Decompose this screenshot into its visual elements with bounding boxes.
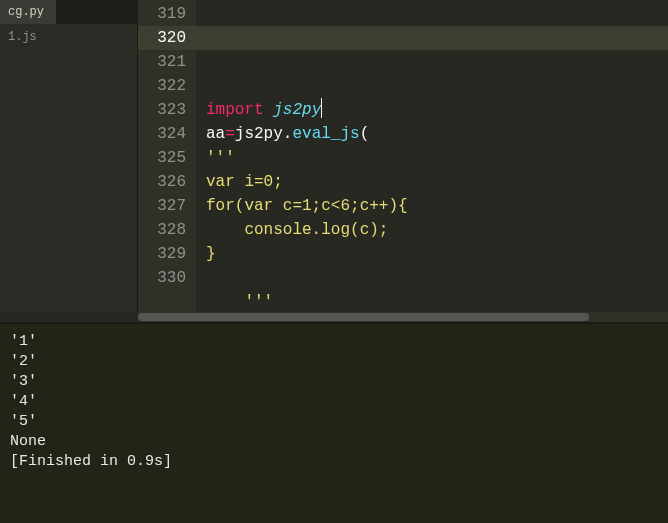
code-line[interactable]: [206, 74, 668, 98]
code-line[interactable]: ''': [206, 146, 668, 170]
line-number: 330: [138, 266, 186, 290]
code-line[interactable]: console.log(c);: [206, 218, 668, 242]
code-token: for(var c=1;c<6;c++){: [206, 197, 408, 215]
line-number: 319: [138, 2, 186, 26]
line-number: 325: [138, 146, 186, 170]
editor-region: cg.py 1.js 31932032132232332432532632732…: [0, 0, 668, 312]
code-line[interactable]: aa=js2py.eval_js(: [206, 122, 668, 146]
code-token: eval_js: [292, 125, 359, 143]
line-number-gutter: 319320321322323324325326327328329330: [138, 0, 196, 312]
code-line[interactable]: }: [206, 242, 668, 266]
code-token: ''': [206, 293, 273, 311]
line-number: 328: [138, 218, 186, 242]
line-number: 329: [138, 242, 186, 266]
code-token: js2py: [235, 125, 283, 143]
output-console[interactable]: '1' '2' '3' '4' '5' None [Finished in 0.…: [0, 324, 668, 523]
code-line[interactable]: for(var c=1;c<6;c++){: [206, 194, 668, 218]
line-number: 320: [138, 26, 196, 50]
code-token: [264, 101, 274, 119]
code-token: import: [206, 101, 264, 119]
sidebar: cg.py 1.js: [0, 0, 138, 312]
code-editor[interactable]: 319320321322323324325326327328329330 imp…: [138, 0, 668, 312]
horizontal-scrollbar[interactable]: [138, 312, 668, 322]
code-token: }: [206, 245, 216, 263]
horizontal-scrollbar-thumb[interactable]: [138, 313, 589, 321]
text-cursor: [321, 98, 322, 118]
code-token: var i=0;: [206, 173, 283, 191]
code-token: console.log(c);: [206, 221, 388, 239]
code-token: ''': [206, 149, 235, 167]
code-area[interactable]: import js2pyaa=js2py.eval_js('''var i=0;…: [196, 0, 668, 312]
code-line[interactable]: ''': [206, 290, 668, 312]
file-list: 1.js: [0, 24, 137, 312]
code-token: js2py: [273, 101, 321, 119]
sidebar-tab-bar: cg.py: [0, 0, 137, 24]
code-line[interactable]: import js2py: [206, 98, 668, 122]
line-number: 326: [138, 170, 186, 194]
code-line[interactable]: var i=0;: [206, 170, 668, 194]
code-token: .: [283, 125, 293, 143]
line-number: 323: [138, 98, 186, 122]
line-number: 321: [138, 50, 186, 74]
line-number: 322: [138, 74, 186, 98]
line-number: 327: [138, 194, 186, 218]
current-line-highlight: [196, 26, 668, 50]
code-line[interactable]: [206, 266, 668, 290]
line-number: 324: [138, 122, 186, 146]
code-token: aa: [206, 125, 225, 143]
sidebar-tab-active[interactable]: cg.py: [0, 0, 57, 24]
code-token: (: [360, 125, 370, 143]
file-item[interactable]: 1.js: [8, 28, 137, 46]
code-token: =: [225, 125, 235, 143]
